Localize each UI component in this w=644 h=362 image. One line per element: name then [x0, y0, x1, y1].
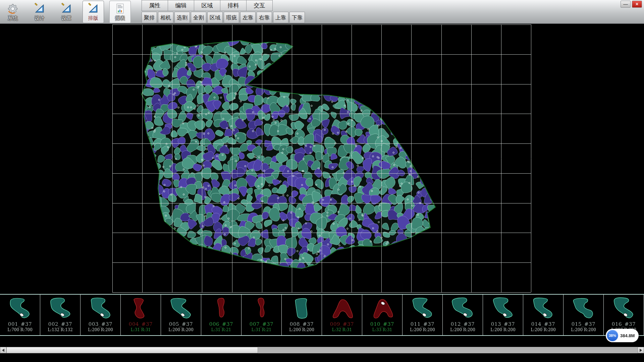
- part-id-label: 002_#37: [48, 321, 72, 327]
- part-cell-012[interactable]: 012_#37L:200 R:200: [443, 295, 483, 335]
- mode-button-4[interactable]: 排版: [83, 1, 104, 23]
- scroll-thumb[interactable]: [6, 347, 258, 353]
- mode-label: 设置: [61, 15, 71, 21]
- part-cell-014[interactable]: 014_#37L:200 R:200: [523, 295, 564, 335]
- tool-button-8[interactable]: 右靠: [257, 12, 272, 23]
- mode-label: 系统: [8, 15, 18, 21]
- part-lr-label: L:33 R:31: [372, 327, 392, 333]
- part-id-label: 011_#37: [411, 321, 434, 327]
- parts-strip: 001_#37L:700 R:700002_#37L:132 R:132003_…: [0, 294, 644, 336]
- part-thumbnail: [564, 296, 603, 321]
- part-id-label: 004_#37: [129, 321, 153, 327]
- part-id-label: 010_#37: [370, 321, 394, 327]
- tool-button-7[interactable]: 左靠: [240, 12, 256, 23]
- part-id-label: 016_#37: [612, 321, 636, 327]
- part-thumbnail: [524, 296, 563, 321]
- part-id-label: 012_#37: [451, 321, 475, 327]
- part-thumbnail: [363, 296, 402, 321]
- part-id-label: 009_#37: [330, 321, 354, 327]
- menu-tab-3[interactable]: 区域: [194, 0, 220, 11]
- report-icon: [114, 3, 126, 15]
- part-lr-label: L:200 R:200: [450, 327, 475, 333]
- part-id-label: 015_#37: [572, 321, 595, 327]
- nesting-canvas[interactable]: [0, 24, 644, 294]
- mode-buttons: 系统设计设置排版报表: [2, 0, 131, 23]
- toolbar: 系统设计设置排版报表 属性编辑区域排料交互 聚排相机选割全割区域瑕疵左靠右靠上靠…: [0, 0, 644, 24]
- part-id-label: 014_#37: [531, 321, 555, 327]
- part-cell-003[interactable]: 003_#37L:200 R:200: [80, 295, 121, 335]
- part-cell-005[interactable]: 005_#37L:200 R:200: [161, 295, 201, 335]
- part-cell-001[interactable]: 001_#37L:700 R:700: [0, 295, 40, 335]
- tool-buttons: 聚排相机选割全割区域瑕疵左靠右靠上靠下靠: [142, 11, 306, 24]
- mode-button-2[interactable]: 设计: [29, 1, 50, 23]
- menu-tab-2[interactable]: 编辑: [168, 0, 194, 11]
- application-window: 系统设计设置排版报表 属性编辑区域排料交互 聚排相机选割全割区域瑕疵左靠右靠上靠…: [0, 0, 644, 362]
- menu-tab-4[interactable]: 排料: [220, 0, 247, 11]
- menu-tab-5[interactable]: 交互: [246, 0, 273, 11]
- tool-button-10[interactable]: 下靠: [289, 12, 305, 23]
- part-lr-label: L:132 R:132: [48, 327, 73, 333]
- part-thumbnail: [161, 296, 201, 321]
- mode-label: 报表: [115, 15, 125, 21]
- part-lr-label: L:200 R:200: [168, 327, 194, 333]
- part-id-label: 003_#37: [89, 321, 112, 327]
- progress-indicator: 38%: [607, 330, 618, 341]
- part-thumbnail: [604, 296, 644, 321]
- design-ruler-icon: [34, 3, 46, 15]
- nesting-ruler-icon: [87, 3, 99, 15]
- tool-button-2[interactable]: 相机: [158, 12, 173, 23]
- close-button[interactable]: ×: [632, 1, 642, 8]
- horizontal-scrollbar[interactable]: [0, 347, 644, 353]
- mode-label: 设计: [35, 15, 45, 21]
- memory-status-badge: 38% 384.8M: [606, 329, 639, 342]
- menu-tab-1[interactable]: 属性: [142, 0, 168, 11]
- tool-button-6[interactable]: 瑕疵: [224, 12, 239, 23]
- part-lr-label: L:200 R:200: [289, 327, 314, 333]
- part-cell-004[interactable]: 004_#37L:31 R:31: [121, 295, 161, 335]
- mode-button-5[interactable]: 报表: [109, 1, 131, 23]
- scroll-left-button[interactable]: [0, 347, 6, 353]
- part-thumbnail: [0, 296, 40, 321]
- part-thumbnail: [322, 296, 362, 321]
- tool-button-3[interactable]: 选割: [174, 12, 190, 23]
- mode-button-1[interactable]: 系统: [2, 1, 23, 23]
- part-thumbnail: [41, 296, 80, 321]
- tool-button-1[interactable]: 聚排: [142, 12, 157, 23]
- part-cell-013[interactable]: 013_#37L:200 R:200: [483, 295, 523, 335]
- part-lr-label: L:31 R:31: [131, 327, 151, 333]
- gear-icon: [7, 3, 19, 15]
- scroll-right-button[interactable]: [638, 347, 644, 353]
- right-arrow-icon: [640, 349, 642, 352]
- part-cell-010[interactable]: 010_#37L:33 R:31: [362, 295, 402, 335]
- tool-button-9[interactable]: 上靠: [273, 12, 288, 23]
- part-lr-label: L:200 R:200: [490, 327, 516, 333]
- tool-button-5[interactable]: 区域: [207, 12, 223, 23]
- part-thumbnail: [483, 296, 523, 321]
- memory-usage: 384.8M: [620, 333, 635, 338]
- mode-button-3[interactable]: 设置: [56, 1, 77, 23]
- part-id-label: 007_#37: [250, 321, 273, 327]
- settings-ruler-icon: [60, 3, 72, 15]
- part-cell-015[interactable]: 015_#37L:200 R:200: [564, 295, 604, 335]
- part-cell-002[interactable]: 002_#37L:132 R:132: [40, 295, 80, 335]
- part-thumbnail: [81, 296, 120, 321]
- left-arrow-icon: [2, 349, 4, 352]
- part-cell-006[interactable]: 006_#37L:31 R:21: [201, 295, 241, 335]
- part-lr-label: L:200 R:200: [571, 327, 596, 333]
- part-thumbnail: [121, 296, 161, 321]
- part-id-label: 013_#37: [491, 321, 515, 327]
- tool-button-4[interactable]: 全割: [191, 12, 206, 23]
- part-lr-label: L:32 R:31: [332, 327, 352, 333]
- part-cell-008[interactable]: 008_#37L:200 R:200: [282, 295, 322, 335]
- part-thumbnail: [282, 296, 322, 321]
- minimize-button[interactable]: —: [621, 1, 631, 8]
- mode-label: 排版: [88, 15, 98, 21]
- part-cell-009[interactable]: 009_#37L:32 R:31: [322, 295, 362, 335]
- menu-tabs: 属性编辑区域排料交互: [142, 0, 306, 11]
- part-thumbnail: [202, 296, 241, 321]
- part-cell-011[interactable]: 011_#37L:200 R:200: [402, 295, 443, 335]
- part-lr-label: L:200 R:200: [410, 327, 435, 333]
- part-lr-label: L:200 R:200: [88, 327, 113, 333]
- part-lr-label: L:31 R:21: [252, 327, 271, 333]
- part-cell-007[interactable]: 007_#37L:31 R:21: [241, 295, 282, 335]
